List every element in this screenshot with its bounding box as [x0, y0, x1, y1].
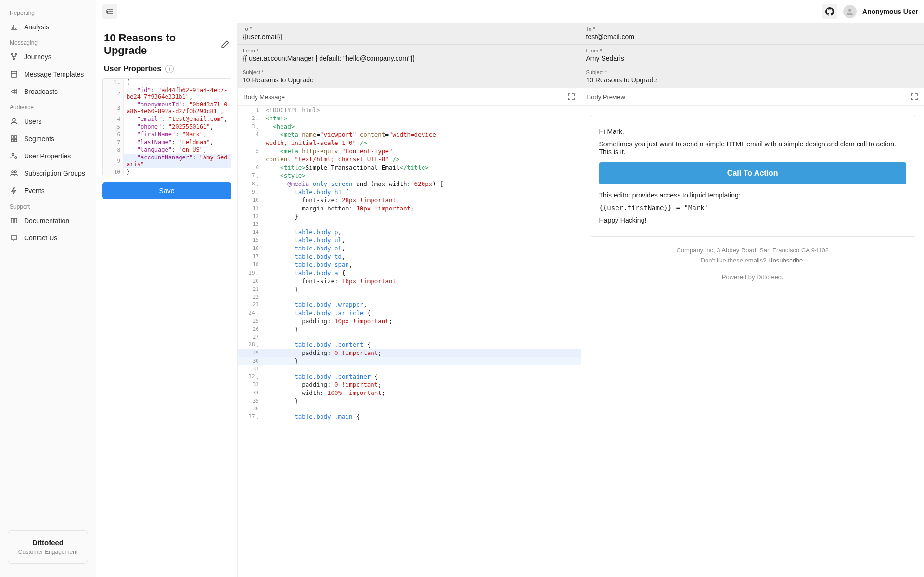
email-fields: To * {{user.email}} From * {{ user.accou…: [238, 23, 924, 88]
bolt-icon: [10, 186, 18, 195]
svg-point-9: [12, 154, 14, 156]
save-button[interactable]: Save: [102, 182, 231, 199]
sidebar-item-broadcasts[interactable]: Broadcasts: [0, 83, 96, 100]
user-properties-heading: User Properties: [104, 65, 161, 73]
subject-template-field[interactable]: Subject * 10 Reasons to Upgrade: [238, 66, 581, 88]
user-icon: [10, 117, 18, 126]
svg-rect-7: [11, 139, 13, 142]
users-icon: [10, 169, 18, 178]
sidebar-section-audience: Audience: [0, 100, 96, 113]
svg-rect-6: [14, 136, 17, 138]
svg-point-2: [13, 58, 15, 60]
book-icon: [10, 216, 18, 225]
sidebar-item-subscription-groups[interactable]: Subscription Groups: [0, 165, 96, 182]
body-message-editor[interactable]: 1<!DOCTYPE html>2 ⌄<html>3 ⌄ <head>4 <me…: [238, 106, 581, 577]
unsubscribe-link[interactable]: Unsubscribe: [768, 257, 803, 264]
preview-para2: This editor provides access to liquid te…: [599, 191, 907, 199]
svg-point-12: [14, 171, 16, 173]
github-icon: [825, 7, 834, 16]
svg-point-13: [848, 9, 851, 12]
svg-rect-3: [11, 71, 17, 77]
svg-point-0: [12, 54, 13, 55]
preview-powered-by: Powered by Dittofeed.: [590, 273, 916, 283]
from-resolved-field: From * Amy Sedaris: [581, 45, 924, 66]
sidebar-item-contact-us[interactable]: Contact Us: [0, 229, 96, 247]
sidebar-item-users[interactable]: Users: [0, 113, 96, 130]
svg-rect-5: [11, 136, 13, 138]
page-title: 10 Reasons to Upgrade: [104, 32, 216, 57]
avatar[interactable]: [843, 5, 857, 18]
github-button[interactable]: [822, 4, 837, 19]
to-resolved-field: To * test@email.com: [581, 23, 924, 45]
person-icon: [846, 8, 854, 15]
subject-resolved-field: Subject * 10 Reasons to Upgrade: [581, 66, 924, 88]
sidebar-item-user-properties[interactable]: User Properties: [0, 147, 96, 165]
sidebar-item-label: Analysis: [24, 23, 49, 31]
brand-subtitle: Customer Engagement: [16, 549, 80, 555]
sidebar-section-messaging: Messaging: [0, 36, 96, 48]
svg-point-4: [13, 118, 15, 121]
sidebar-item-label: Users: [24, 118, 42, 125]
preview-cta-button[interactable]: Call To Action: [599, 162, 907, 184]
expand-preview-button[interactable]: [911, 93, 918, 101]
topbar: Anonymous User: [96, 0, 924, 23]
info-icon[interactable]: i: [165, 65, 174, 73]
sidebar-section-support: Support: [0, 199, 96, 212]
to-template-field[interactable]: To * {{user.email}}: [238, 23, 581, 45]
svg-point-11: [12, 171, 13, 173]
sidebar-item-message-templates[interactable]: Message Templates: [0, 66, 96, 83]
sidebar-item-documentation[interactable]: Documentation: [0, 212, 96, 229]
collapse-sidebar-button[interactable]: [102, 4, 117, 19]
sidebar-item-label: Events: [24, 187, 45, 195]
preview-greeting: Hi Mark,: [599, 128, 907, 135]
brand-card: Dittofeed Customer Engagement: [8, 530, 88, 564]
preview-templating: {{user.firstName}} = "Mark": [599, 204, 907, 211]
svg-rect-8: [14, 139, 17, 142]
preview-para1: Sometimes you just want to send a simple…: [599, 140, 907, 156]
sidebar-item-label: Contact Us: [24, 234, 57, 242]
sidebar-item-label: Documentation: [24, 217, 69, 224]
sidebar-item-label: Broadcasts: [24, 88, 58, 95]
body-preview-label: Body Preview: [587, 93, 625, 101]
body-preview: Hi Mark, Sometimes you just want to send…: [581, 106, 924, 577]
preview-footer-address: Company Inc, 3 Abbey Road, San Francisco…: [590, 246, 916, 256]
sidebar-item-label: Subscription Groups: [24, 170, 85, 177]
fullscreen-icon: [567, 93, 575, 101]
sidebar-item-label: User Properties: [24, 152, 71, 160]
preview-closing: Happy Hacking!: [599, 216, 907, 224]
sidebar-item-label: Segments: [24, 135, 54, 143]
sidebar-item-label: Message Templates: [24, 70, 84, 78]
sidebar: Reporting Analysis Messaging Journeys Me…: [0, 0, 96, 577]
sidebar-item-analysis[interactable]: Analysis: [0, 18, 96, 36]
indent-icon: [106, 8, 114, 15]
brand-title: Dittofeed: [16, 538, 80, 547]
body-message-label: Body Message: [244, 93, 285, 101]
pencil-icon: [221, 40, 230, 49]
megaphone-icon: [10, 87, 18, 96]
svg-point-1: [15, 54, 17, 55]
chat-icon: [10, 234, 18, 242]
sidebar-section-reporting: Reporting: [0, 6, 96, 18]
segments-icon: [10, 134, 18, 143]
username: Anonymous User: [862, 8, 918, 15]
left-pane: 10 Reasons to Upgrade User Properties i …: [96, 23, 238, 577]
flow-icon: [10, 52, 18, 61]
user-gear-icon: [10, 152, 18, 160]
sidebar-item-events[interactable]: Events: [0, 182, 96, 199]
edit-title-button[interactable]: [221, 40, 230, 49]
sidebar-item-journeys[interactable]: Journeys: [0, 48, 96, 66]
bar-chart-icon: [10, 23, 18, 31]
template-icon: [10, 70, 18, 79]
svg-point-10: [15, 157, 17, 158]
sidebar-item-segments[interactable]: Segments: [0, 130, 96, 147]
sidebar-item-label: Journeys: [24, 53, 51, 61]
user-properties-editor[interactable]: 1 ⌄{2 "id": "ad44fb62-91a4-4ec7-be24-7f9…: [102, 78, 231, 176]
from-template-field[interactable]: From * {{ user.accountManager | default:…: [238, 45, 581, 66]
expand-message-button[interactable]: [567, 93, 575, 101]
fullscreen-icon: [911, 93, 918, 101]
